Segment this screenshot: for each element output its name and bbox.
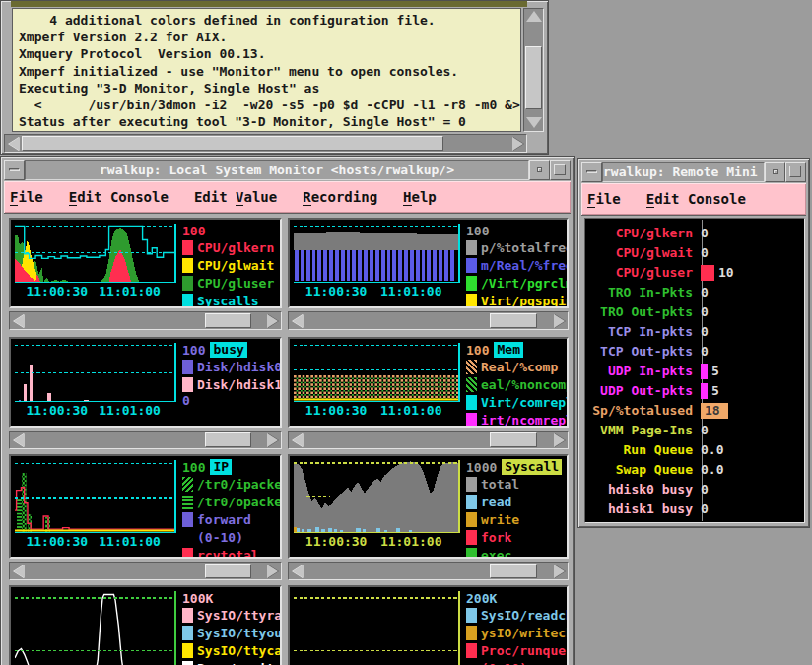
- legend-label: SysIO/ttyraw: [197, 608, 282, 623]
- panel-tty[interactable]: 11:00:3011:01:00100KSysIO/ttyrawSysIO/tt…: [9, 585, 282, 665]
- legend-label: SysIO/ttycan: [197, 643, 282, 658]
- time-tick-label: 11:01:00: [99, 534, 161, 549]
- instrument-value: 0.0: [698, 460, 723, 480]
- panel-cpu[interactable]: 11:00:3011:01:00100CPU/glkernCPU/glwaitC…: [9, 218, 282, 308]
- time-tick-label: 11:01:00: [380, 534, 442, 549]
- menu-item-edit-console[interactable]: Edit Console: [641, 189, 752, 209]
- menu-item-edit-value[interactable]: Edit Value: [188, 187, 283, 207]
- instrument-row: Swap Queue0.0: [585, 460, 804, 480]
- scroll-right-arrow-icon[interactable]: [551, 564, 567, 578]
- scroll-left-arrow-icon[interactable]: [290, 313, 305, 328]
- mini-instrument-list: CPU/glkern0CPU/glwait0CPU/gluser10TRO In…: [584, 218, 805, 523]
- instrument-row: TCP In-pkts0: [585, 322, 804, 342]
- scroll-right-arrow-icon[interactable]: [264, 432, 280, 447]
- legend-label: SysIO/readch: [481, 608, 569, 623]
- panel-memfree[interactable]: 11:00:3011:01:00100p/%totalfreem/Real/%f…: [288, 218, 569, 308]
- legend-swatch: [182, 258, 193, 273]
- instrument-value: 0: [698, 499, 709, 519]
- window-menu-button[interactable]: [4, 160, 25, 180]
- mini-titlebar[interactable]: rwalkup: Remote Mini Monitor: [581, 162, 806, 182]
- menu-item-file[interactable]: File: [581, 189, 627, 209]
- instrument-value: 0: [698, 421, 709, 440]
- y-scale-max-label: 200K: [466, 591, 497, 606]
- panel-scrollbar[interactable]: [288, 311, 569, 330]
- panel-scrollbar[interactable]: [9, 431, 282, 449]
- scroll-down-arrow-icon[interactable]: [525, 116, 542, 130]
- panel-scrollbar[interactable]: [9, 311, 282, 330]
- scroll-left-arrow-icon[interactable]: [11, 313, 27, 328]
- instrument-label: CPU/glwait: [585, 243, 698, 263]
- menu-item-help[interactable]: Help: [397, 187, 442, 207]
- legend-row: total: [466, 476, 565, 493]
- scrollbar-thumb[interactable]: [490, 564, 537, 578]
- scrollbar-thumb[interactable]: [205, 313, 251, 328]
- console-vertical-scrollbar[interactable]: [523, 8, 544, 132]
- instrument-row: VMM Page-Ins0: [585, 421, 804, 440]
- instrument-label: TRO In-Pkts: [585, 283, 698, 302]
- instrument-value: 0.0: [698, 440, 723, 460]
- instrument-row: UDP Out-pkts5: [585, 381, 804, 401]
- scroll-right-arrow-icon[interactable]: [551, 313, 567, 328]
- panel-sysio[interactable]: 11:00:3011:01:00200KSysIO/readchysIO/wri…: [288, 585, 569, 665]
- legend-label: m/Real/%free: [481, 258, 569, 273]
- legend-row: SysIO/ttycan: [182, 642, 278, 659]
- scrollbar-thumb[interactable]: [205, 564, 251, 578]
- maximize-button[interactable]: [785, 162, 806, 182]
- legend-swatch: [182, 661, 193, 665]
- panel-memcomp[interactable]: 11:00:3011:01:00100MemReal/%compeal/%non…: [288, 337, 569, 428]
- instrument-value: 0: [698, 480, 709, 499]
- scroll-right-arrow-icon[interactable]: [509, 136, 525, 151]
- scrollbar-thumb[interactable]: [490, 313, 537, 328]
- panel-scrollbar[interactable]: [9, 562, 282, 580]
- chart-plot-tty: [15, 591, 176, 665]
- scrollbar-thumb[interactable]: [490, 432, 537, 447]
- minimize-button[interactable]: [529, 160, 550, 180]
- mini-window-title: rwalkup: Remote Mini Monitor: [602, 162, 765, 182]
- scroll-left-arrow-icon[interactable]: [290, 564, 305, 578]
- scrollbar-thumb[interactable]: [205, 432, 251, 447]
- legend-row: ysIO/writech: [466, 625, 565, 641]
- instrument-label: hdisk0 busy: [585, 480, 698, 499]
- menu-item-file[interactable]: File: [4, 187, 49, 207]
- legend-swatch: [466, 377, 477, 392]
- scrollbar-thumb[interactable]: [22, 136, 443, 151]
- x-axis-labels: 11:00:3011:01:00: [294, 284, 460, 299]
- scroll-right-arrow-icon[interactable]: [264, 313, 280, 328]
- minimize-button[interactable]: [765, 162, 785, 182]
- panel-syscall[interactable]: 11:00:3011:01:001000Syscalltotalreadwrit…: [288, 454, 569, 559]
- scroll-right-arrow-icon[interactable]: [551, 432, 567, 447]
- scrollbar-thumb[interactable]: [525, 46, 542, 109]
- time-tick-label: 11:01:00: [380, 284, 442, 299]
- monitor-titlebar[interactable]: rwalkup: Local System Monitor <hosts/rwa…: [4, 160, 571, 180]
- menu-item-edit-console[interactable]: Edit Console: [63, 187, 174, 207]
- legend-row: CPU/glkern: [182, 239, 278, 256]
- scroll-up-arrow-icon[interactable]: [525, 10, 542, 24]
- instrument-label: TRO Out-pkts: [585, 302, 698, 322]
- console-horizontal-scrollbar[interactable]: [4, 134, 527, 153]
- legend-row: Real/%comp: [466, 359, 565, 375]
- scroll-left-arrow-icon[interactable]: [11, 432, 27, 447]
- panel-scrollbar[interactable]: [288, 562, 569, 580]
- scroll-right-arrow-icon[interactable]: [264, 564, 280, 578]
- maximize-button[interactable]: [550, 160, 571, 180]
- panel-disk[interactable]: 11:00:3011:01:00100busyDisk/hdisk0Disk/h…: [9, 337, 282, 428]
- panel-tag-ip: IP: [210, 459, 232, 475]
- legend-row: p/%totalfree: [466, 239, 565, 256]
- legend-swatch: [466, 413, 477, 428]
- instrument-row: Sp/%totalused18: [585, 401, 804, 421]
- legend-swatch: [466, 477, 477, 492]
- legend-label: /Virt/pgrclm: [481, 276, 569, 291]
- panel-scrollbar[interactable]: [288, 431, 569, 449]
- legend-label: eal/%noncomp: [481, 377, 569, 392]
- scroll-left-arrow-icon[interactable]: [6, 136, 22, 151]
- legend-label: total: [481, 477, 519, 492]
- menu-item-recording[interactable]: Recording: [297, 187, 383, 207]
- window-menu-icon: [9, 168, 20, 171]
- scroll-left-arrow-icon[interactable]: [11, 564, 27, 578]
- instrument-label: Sp/%totalused: [585, 401, 698, 421]
- instrument-value: 0: [698, 302, 709, 322]
- window-menu-icon: [586, 170, 597, 173]
- panel-ip[interactable]: 11:00:3011:01:00100IP/tr0/ipacket/tr0/op…: [9, 454, 282, 559]
- scroll-left-arrow-icon[interactable]: [290, 432, 305, 447]
- window-menu-button[interactable]: [581, 162, 602, 182]
